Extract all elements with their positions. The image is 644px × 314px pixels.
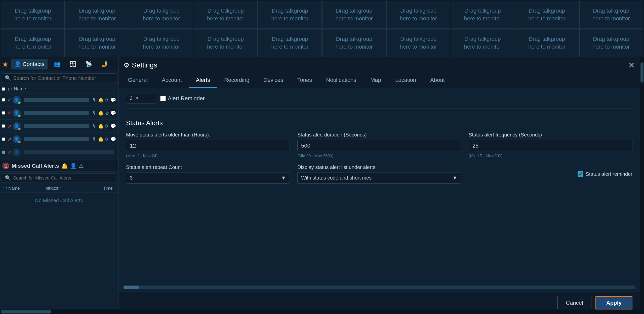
frequency-input[interactable] <box>469 140 632 152</box>
contact-row[interactable]: ↗ 👤 <box>0 146 118 159</box>
monitor-cell[interactable]: Drag talkgrouphere to monitor <box>451 29 514 57</box>
select-all-checkbox[interactable] <box>2 87 5 91</box>
apply-button[interactable]: Apply <box>595 296 632 310</box>
horizontal-scrollbar[interactable] <box>124 286 635 289</box>
sort-up-icon2[interactable]: ↑ <box>11 86 13 92</box>
message-icon-1[interactable]: 💬 <box>110 97 116 103</box>
tab-notifications[interactable]: Notifications <box>319 73 363 88</box>
contact-checkbox-2[interactable] <box>2 111 5 115</box>
bell-icon-2[interactable]: 🔔 <box>98 110 104 116</box>
tab-devices[interactable]: Devices <box>256 73 290 88</box>
monitor-cell[interactable]: Drag talkgrouphere to monitor <box>1 1 65 29</box>
tab-talkgroups[interactable]: 👨‍👩‍👦 <box>66 59 79 69</box>
missed-call-alert-icon[interactable]: ⚠ <box>79 163 84 169</box>
tab-recording[interactable]: Recording <box>217 73 256 88</box>
monitor-cell[interactable]: Drag talkgrouphere to monitor <box>579 29 643 57</box>
contact-row[interactable]: ↗ 👤 🎙 🔔 ✈ 💬 <box>0 120 118 133</box>
tab-alerts[interactable]: Alerts <box>189 73 217 88</box>
missed-call-search-bar[interactable]: 🔍 <box>2 173 116 183</box>
bell-icon-3[interactable]: 🔔 <box>98 123 104 129</box>
horizontal-scrollbar-thumb[interactable] <box>124 286 139 289</box>
mic-icon-2[interactable]: 🎙 <box>92 110 97 116</box>
display-list-dropdown[interactable]: With status code and short mes ▼ <box>297 172 461 184</box>
contacts-search-input[interactable] <box>13 75 113 81</box>
monitor-cell[interactable]: Drag talkgrouphere to monitor <box>515 1 579 29</box>
mic-icon-4[interactable]: 🎙 <box>92 136 97 142</box>
tab-account[interactable]: Account <box>155 73 189 88</box>
monitor-cell[interactable]: Drag talkgrouphere to monitor <box>322 29 386 57</box>
mic-icon-1[interactable]: 🎙 <box>92 97 97 102</box>
msg-icon-4[interactable]: 💬 <box>110 136 116 142</box>
contact-checkbox-3[interactable] <box>2 124 5 128</box>
monitor-cell[interactable]: Drag talkgrouphere to monitor <box>322 1 386 29</box>
tab-about[interactable]: About <box>423 73 452 88</box>
contact-checkbox-5[interactable] <box>2 151 5 154</box>
alert-reminder-checkbox-label[interactable]: Alert Reminder <box>160 95 205 102</box>
no-msg-icon-2[interactable]: 💬 <box>110 110 116 116</box>
send-icon-1[interactable]: ✈ <box>105 97 109 103</box>
contacts-search-bar[interactable]: 🔍 <box>2 73 116 83</box>
vertical-scrollbar-thumb[interactable] <box>640 62 643 83</box>
missed-call-bell-icon[interactable]: 🔔 <box>61 163 68 169</box>
frequency-group: Status alert frequency (Seconds) (Min:15… <box>469 132 632 158</box>
bottom-scrollbar[interactable] <box>0 309 644 314</box>
contact-row[interactable]: ✓ 👤 🎙 🔔 ✈ 💬 <box>0 93 118 107</box>
cancel-button[interactable]: Cancel <box>557 296 591 310</box>
settings-close-button[interactable]: ✕ <box>628 60 635 70</box>
send-icon-3[interactable]: ✈ <box>105 123 109 129</box>
name-sort-arrow[interactable]: ↑ <box>27 87 29 91</box>
mc-time-col[interactable]: Time ↓ <box>81 186 116 191</box>
mc-initiator-col[interactable]: Initiator ↑ <box>45 186 80 191</box>
monitor-cell[interactable]: Drag talkgrouphere to monitor <box>386 1 450 29</box>
tab-contacts[interactable]: 👤 Contacts <box>11 59 48 69</box>
tab-general[interactable]: General <box>121 73 155 88</box>
monitor-cell[interactable]: Drag talkgrouphere to monitor <box>515 29 579 57</box>
monitor-cell[interactable]: Drag talkgrouphere to monitor <box>451 1 514 29</box>
monitor-cell[interactable]: Drag talkgrouphere to monitor <box>1 29 65 57</box>
alert-reminder-dropdown[interactable]: 3 ▼ <box>126 93 156 103</box>
tab-location[interactable]: Location <box>388 73 423 88</box>
send-icon-4[interactable]: ✈ <box>105 136 109 142</box>
duration-input[interactable] <box>297 140 461 152</box>
msg-icon-3[interactable]: 💬 <box>110 123 116 129</box>
monitor-cell[interactable]: Drag talkgrouphere to monitor <box>579 1 643 29</box>
contact-checkbox-1[interactable] <box>2 98 5 101</box>
monitor-cell[interactable]: Drag talkgrouphere to monitor <box>130 1 193 29</box>
bottom-scrollbar-thumb[interactable] <box>1 310 51 313</box>
monitor-cell[interactable]: Drag talkgrouphere to monitor <box>130 29 193 57</box>
mc-name-col[interactable]: Name ↑ <box>8 186 44 191</box>
tab-add[interactable]: 🤳 <box>98 59 111 69</box>
tab-map[interactable]: Map <box>363 73 388 88</box>
move-status-input[interactable] <box>126 140 290 152</box>
sort-up-icon[interactable]: ↑ <box>7 86 10 92</box>
contact-row[interactable]: ↗ 👤 🎙 🔔 ✈ 💬 <box>0 133 118 146</box>
contact-checkbox-4[interactable] <box>2 137 5 141</box>
contact-row[interactable]: ✕ 👤 🎙 🔔 ⊘ 💬 <box>0 107 118 120</box>
monitor-cell[interactable]: Drag talkgrouphere to monitor <box>386 29 450 57</box>
tab-groups[interactable]: 👥 <box>51 59 63 69</box>
monitor-cell[interactable]: Drag talkgrouphere to monitor <box>258 1 322 29</box>
monitor-cell[interactable]: Drag talkgrouphere to monitor <box>65 1 129 29</box>
mic-icon-3[interactable]: 🎙 <box>92 123 97 129</box>
sort-up-mc[interactable]: ↑ <box>2 186 4 191</box>
vertical-scrollbar[interactable] <box>640 57 644 314</box>
repeat-count-dropdown[interactable]: 3 ▼ <box>126 172 290 184</box>
monitor-cell[interactable]: Drag talkgrouphere to monitor <box>258 29 322 57</box>
favorites-icon[interactable]: ★ <box>2 60 8 68</box>
bell-icon-1[interactable]: 🔔 <box>98 97 104 103</box>
monitor-cell[interactable]: Drag talkgrouphere to monitor <box>65 29 129 57</box>
bell-icon-4[interactable]: 🔔 <box>98 136 104 142</box>
duration-hint: (Min:20 - Max:3600) <box>297 154 461 158</box>
missed-call-search-input[interactable] <box>13 176 113 181</box>
status-alert-reminder-checkbox[interactable] <box>578 171 583 177</box>
monitor-cell[interactable]: Drag talkgrouphere to monitor <box>194 1 257 29</box>
name-column-header[interactable]: Name ↑ <box>14 86 116 92</box>
tab-monitor[interactable]: 📡 <box>82 59 95 69</box>
alert-reminder-checkbox[interactable] <box>160 96 166 101</box>
sort-up-mc2[interactable]: ↑ <box>5 186 8 191</box>
tab-tones[interactable]: Tones <box>290 73 319 88</box>
missed-call-person-icon[interactable]: 👤 <box>70 163 77 169</box>
no-send-icon-2[interactable]: ⊘ <box>105 110 109 116</box>
missed-call-tab[interactable]: Missed Call Alerts <box>12 163 59 169</box>
monitor-cell[interactable]: Drag talkgrouphere to monitor <box>194 29 257 57</box>
